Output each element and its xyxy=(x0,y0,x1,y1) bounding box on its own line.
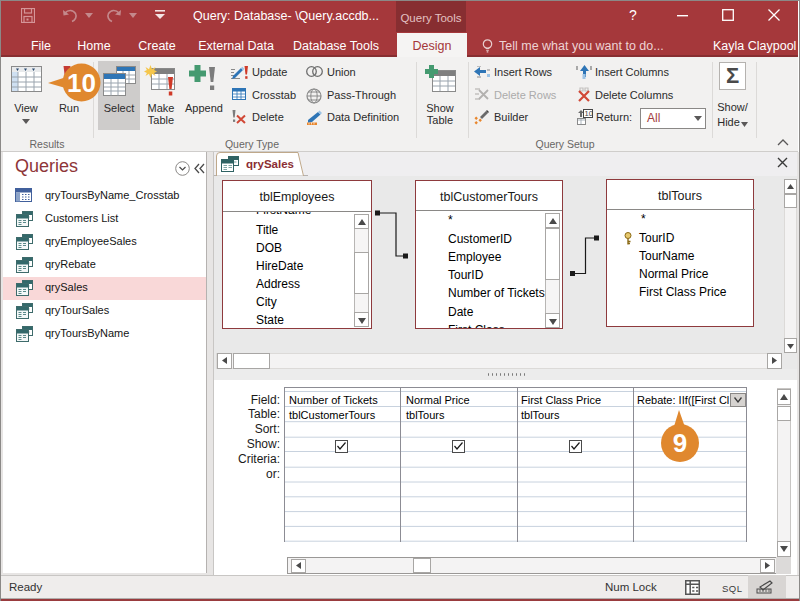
svg-text:9: 9 xyxy=(673,428,687,458)
svg-text:10: 10 xyxy=(67,68,96,98)
svg-text:10: 10 xyxy=(585,109,593,118)
